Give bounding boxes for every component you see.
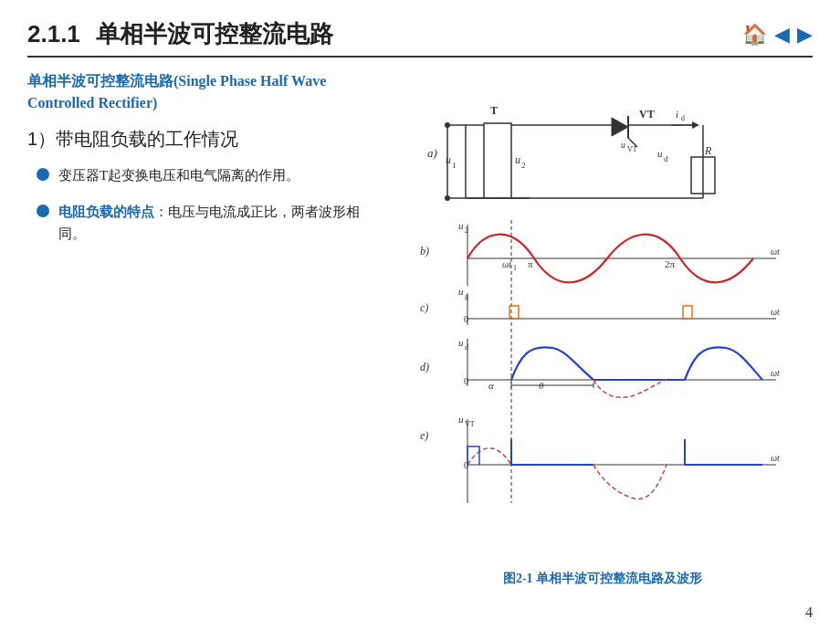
- list-item: 电阻负载的特点：电压与电流成正比，两者波形相同。: [37, 201, 383, 245]
- bullet-text-1: 变压器T起变换电压和电气隔离的作用。: [58, 164, 383, 186]
- page: 2.1.1 单相半波可控整流电路 🏠 ◀ ▶ 单相半波可控整流电路(Single…: [0, 0, 840, 630]
- highlight-text: 电阻负载的特点: [58, 205, 154, 219]
- svg-text:π: π: [528, 258, 533, 269]
- svg-text:ωt: ωt: [771, 307, 780, 317]
- subtitle: 单相半波可控整流电路(Single Phase Half Wave Contro…: [27, 70, 383, 114]
- section1-title: 1）带电阻负载的工作情况: [27, 127, 383, 152]
- right-panel: a) u 1 T u 2: [383, 70, 813, 587]
- svg-text:c): c): [420, 301, 428, 314]
- svg-text:i: i: [676, 109, 678, 120]
- svg-text:u: u: [446, 153, 451, 166]
- circuit-diagram: a) u 1 T u 2: [393, 70, 813, 216]
- main-content: 单相半波可控整流电路(Single Phase Half Wave Contro…: [27, 70, 813, 587]
- svg-rect-58: [683, 306, 692, 319]
- figure-caption: 图2-1 单相半波可控整流电路及波形: [503, 571, 702, 587]
- page-title: 2.1.1 单相半波可控整流电路: [27, 18, 333, 50]
- svg-text:ωt: ωt: [771, 247, 780, 257]
- svg-rect-38: [457, 413, 776, 486]
- list-item: 变压器T起变换电压和电气隔离的作用。: [37, 164, 383, 186]
- svg-text:α: α: [488, 380, 494, 391]
- svg-text:u: u: [458, 286, 464, 297]
- navigation-icons: 🏠 ◀ ▶: [742, 23, 813, 47]
- bullet-dot-2: [37, 205, 49, 217]
- svg-text:e): e): [420, 429, 428, 442]
- forward-icon[interactable]: ▶: [797, 23, 813, 47]
- svg-text:ωt: ωt: [502, 259, 511, 269]
- svg-text:d): d): [420, 361, 429, 373]
- section-title-zh: 单相半波可控整流电路: [96, 20, 333, 47]
- svg-text:u: u: [621, 140, 625, 150]
- page-number: 4: [805, 604, 813, 621]
- svg-text:u: u: [458, 337, 464, 348]
- section-number: 2.1.1: [27, 20, 80, 47]
- svg-text:VT: VT: [627, 145, 637, 153]
- back-icon[interactable]: ◀: [774, 23, 790, 47]
- svg-rect-4: [484, 123, 511, 198]
- svg-text:VT: VT: [639, 108, 655, 121]
- svg-text:1: 1: [513, 264, 517, 272]
- svg-text:u: u: [657, 148, 663, 159]
- svg-text:0: 0: [464, 376, 468, 386]
- bullet-dot-1: [37, 168, 49, 181]
- left-panel: 单相半波可控整流电路(Single Phase Half Wave Contro…: [27, 70, 383, 587]
- bullet-list: 变压器T起变换电压和电气隔离的作用。 电阻负载的特点：电压与电流成正比，两者波形…: [27, 164, 383, 245]
- svg-text:u: u: [458, 220, 464, 231]
- svg-text:2: 2: [521, 161, 526, 170]
- svg-text:ωt: ωt: [771, 368, 780, 378]
- svg-rect-36: [457, 289, 776, 340]
- svg-text:ωt: ωt: [771, 453, 780, 463]
- svg-rect-37: [457, 340, 776, 413]
- svg-marker-21: [692, 121, 699, 129]
- svg-text:a): a): [427, 146, 437, 160]
- bullet-text-2: 电阻负载的特点：电压与电流成正比，两者波形相同。: [58, 201, 383, 245]
- subtitle-zh: 单相半波可控整流电路: [27, 73, 173, 89]
- header: 2.1.1 单相半波可控整流电路 🏠 ◀ ▶: [27, 18, 813, 58]
- svg-text:u: u: [458, 414, 464, 425]
- svg-marker-13: [612, 118, 628, 136]
- svg-text:2π: 2π: [665, 258, 676, 269]
- svg-point-34: [445, 195, 450, 201]
- svg-text:0: 0: [464, 314, 468, 324]
- svg-text:T: T: [490, 104, 498, 117]
- svg-point-33: [445, 122, 450, 128]
- svg-text:VT: VT: [465, 420, 475, 428]
- svg-text:d: d: [681, 114, 685, 122]
- home-icon[interactable]: 🏠: [742, 23, 767, 47]
- svg-text:u: u: [515, 153, 520, 166]
- svg-text:1: 1: [452, 161, 457, 170]
- svg-text:b): b): [420, 245, 429, 257]
- svg-text:d: d: [664, 154, 668, 163]
- svg-text:R: R: [704, 144, 712, 157]
- waveform-diagram: b) u 2 ωt ωt 1 π 2π: [393, 220, 813, 567]
